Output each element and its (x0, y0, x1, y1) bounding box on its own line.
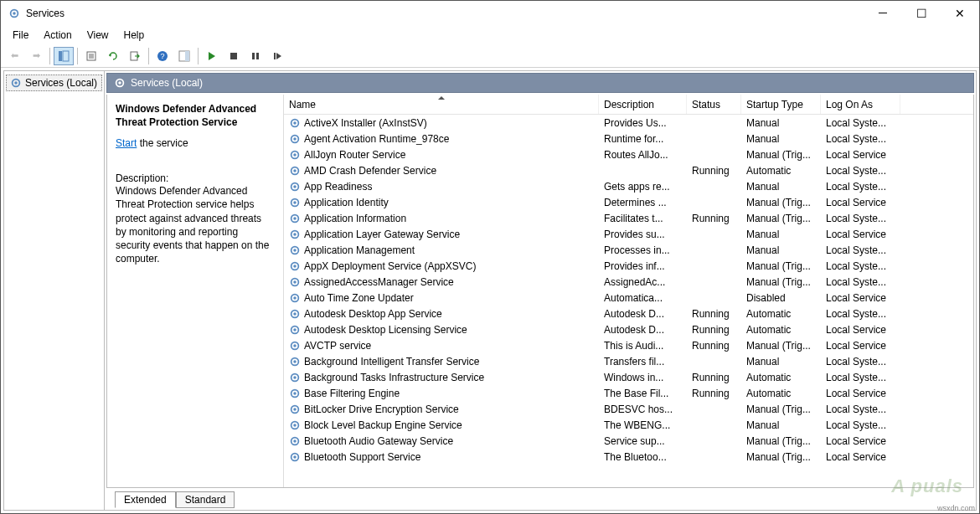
cell-status: Running (687, 324, 741, 336)
column-header-startup[interactable]: Startup Type (741, 95, 821, 114)
cell-logon: Local Syste... (821, 276, 900, 288)
table-row[interactable]: Auto Time Zone UpdaterAutomatica...Disab… (284, 290, 973, 306)
services-grid: Name Description Status Startup Type Log… (283, 95, 973, 487)
separator (148, 48, 149, 64)
gear-icon (289, 340, 301, 352)
menu-view[interactable]: View (80, 28, 116, 43)
gear-icon (10, 77, 22, 89)
tab-standard[interactable]: Standard (176, 491, 235, 508)
minimize-button[interactable]: ─ (864, 1, 902, 26)
forward-button[interactable]: ➡ (26, 47, 46, 65)
cell-name: AllJoyn Router Service (284, 149, 599, 161)
cell-startup: Automatic (741, 372, 821, 383)
cell-status: Running (687, 213, 741, 224)
cell-description: The Bluetoo... (599, 451, 687, 463)
cell-description: Autodesk D... (599, 324, 687, 336)
cell-name: AppX Deployment Service (AppXSVC) (284, 260, 599, 272)
show-hide-tree-button[interactable] (54, 47, 74, 65)
table-row[interactable]: AMD Crash Defender ServiceRunningAutomat… (284, 162, 973, 178)
table-row[interactable]: AVCTP serviceThis is Audi...RunningManua… (284, 337, 973, 353)
column-header-description[interactable]: Description (599, 95, 687, 114)
cell-name: Base Filtering Engine (284, 388, 599, 399)
cell-startup: Manual (741, 419, 821, 431)
table-row[interactable]: Autodesk Desktop App ServiceAutodesk D..… (284, 306, 973, 321)
cell-logon: Local Syste... (821, 165, 900, 177)
cell-name: BitLocker Drive Encryption Service (284, 403, 599, 415)
svg-point-57 (293, 376, 297, 379)
table-row[interactable]: Bluetooth Audio Gateway ServiceService s… (284, 433, 973, 449)
svg-point-49 (293, 312, 297, 316)
cell-name: Block Level Backup Engine Service (284, 419, 599, 431)
table-row[interactable]: Application InformationFacilitates t...R… (284, 210, 973, 226)
table-row[interactable]: Block Level Backup Engine ServiceThe WBE… (284, 417, 973, 433)
cell-logon: Local Service (821, 197, 900, 208)
table-row[interactable]: Agent Activation Runtime_978ceRuntime fo… (284, 131, 973, 146)
table-row[interactable]: AssignedAccessManager ServiceAssignedAc.… (284, 274, 973, 290)
properties-button[interactable] (81, 47, 101, 65)
column-header-status[interactable]: Status (687, 95, 741, 114)
svg-point-63 (293, 424, 297, 427)
cell-name: Bluetooth Audio Gateway Service (284, 435, 599, 447)
cell-description: Runtime for... (599, 133, 687, 145)
table-row[interactable]: AppX Deployment Service (AppXSVC)Provide… (284, 258, 973, 274)
body-panel: Services (Local) Windows Defender Advanc… (105, 71, 976, 510)
table-row[interactable]: Background Intelligent Transfer ServiceT… (284, 353, 973, 369)
svg-marker-19 (276, 53, 281, 59)
window-title: Services (26, 8, 864, 19)
close-button[interactable]: ✕ (941, 1, 979, 26)
refresh-button[interactable] (103, 47, 123, 65)
svg-rect-13 (185, 51, 189, 61)
separator (198, 48, 199, 64)
svg-point-39 (293, 233, 297, 236)
table-row[interactable]: Background Tasks Infrastructure ServiceW… (284, 369, 973, 385)
start-service-link[interactable]: Start (116, 137, 137, 149)
svg-rect-2 (59, 51, 62, 61)
start-service-line: Start the service (116, 137, 273, 149)
grid-body[interactable]: ActiveX Installer (AxInstSV)Provides Us.… (284, 115, 973, 487)
svg-point-1 (13, 12, 16, 15)
table-row[interactable]: ActiveX Installer (AxInstSV)Provides Us.… (284, 115, 973, 131)
tree-root-services-local[interactable]: Services (Local) (6, 75, 102, 91)
restart-service-button[interactable] (267, 47, 287, 65)
column-header-name[interactable]: Name (284, 95, 599, 114)
header-strip: Services (Local) (106, 73, 974, 93)
table-row[interactable]: Application IdentityDetermines ...Manual… (284, 194, 973, 210)
menu-help[interactable]: Help (117, 28, 152, 43)
table-row[interactable]: Application Layer Gateway ServiceProvide… (284, 226, 973, 242)
column-header-logon[interactable]: Log On As (821, 95, 900, 114)
gear-icon (289, 229, 301, 240)
table-row[interactable]: Base Filtering EngineThe Base Fil...Runn… (284, 385, 973, 401)
menu-file[interactable]: File (6, 28, 35, 43)
back-button[interactable]: ⬅ (4, 47, 24, 65)
table-row[interactable]: Autodesk Desktop Licensing ServiceAutode… (284, 321, 973, 337)
pause-service-button[interactable] (245, 47, 266, 65)
gear-icon (289, 181, 301, 193)
table-row[interactable]: Application ManagementProcesses in...Man… (284, 242, 973, 258)
help-button[interactable]: ? (152, 47, 173, 65)
cell-logon: Local Syste... (821, 419, 900, 431)
table-row[interactable]: App ReadinessGets apps re...ManualLocal … (284, 178, 973, 194)
stop-service-button[interactable] (224, 47, 244, 65)
gear-icon (289, 260, 301, 272)
maximize-button[interactable]: ☐ (902, 1, 941, 26)
detail-panel: Windows Defender Advanced Threat Protect… (107, 95, 283, 487)
cell-description: Service sup... (599, 435, 687, 447)
cell-name: App Readiness (284, 181, 599, 193)
start-service-button[interactable] (202, 47, 222, 65)
table-row[interactable]: AllJoyn Router ServiceRoutes AllJo...Man… (284, 146, 973, 162)
gear-icon (289, 197, 301, 208)
cell-name: Bluetooth Support Service (284, 451, 599, 463)
app-icon (8, 7, 21, 20)
export-button[interactable] (125, 47, 145, 65)
gear-icon (289, 356, 301, 368)
menu-action[interactable]: Action (37, 28, 78, 43)
cell-logon: Local Syste... (821, 244, 900, 256)
corner-tag: wsxdn.com (937, 504, 975, 512)
gear-icon (289, 244, 301, 256)
show-hide-action-pane-button[interactable] (174, 47, 194, 65)
svg-point-47 (293, 296, 297, 300)
cell-startup: Manual (Trig... (741, 276, 821, 288)
table-row[interactable]: Bluetooth Support ServiceThe Bluetoo...M… (284, 449, 973, 465)
tab-extended[interactable]: Extended (115, 491, 176, 508)
table-row[interactable]: BitLocker Drive Encryption ServiceBDESVC… (284, 401, 973, 417)
